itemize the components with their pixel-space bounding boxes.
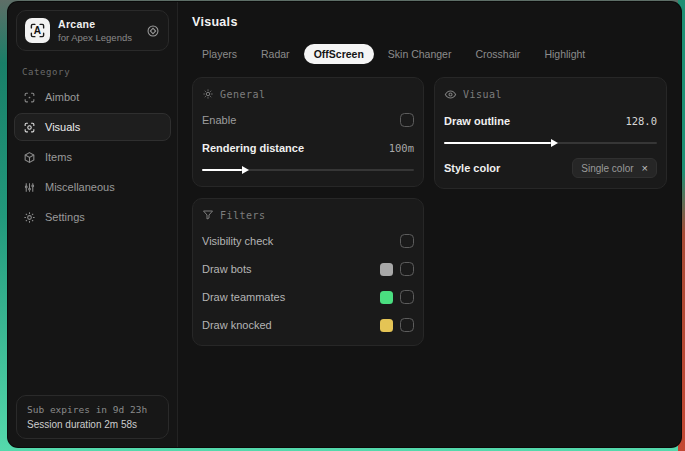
enable-row: Enable (202, 110, 414, 130)
draw-bots-row: Draw bots (202, 259, 414, 279)
main-content: Visuals Players Radar OffScreen Skin Cha… (178, 2, 681, 447)
eye-icon (444, 88, 457, 101)
general-panel-title: General (220, 89, 266, 100)
tab-players[interactable]: Players (192, 44, 247, 64)
style-color-row: Style color Single color × (444, 158, 657, 178)
draw-bots-color-swatch[interactable] (380, 263, 393, 276)
sidebar-item-items[interactable]: Items (14, 143, 171, 171)
draw-knocked-color-swatch[interactable] (380, 319, 393, 332)
draw-teammates-row: Draw teammates (202, 287, 414, 307)
draw-outline-row: Draw outline 128.0 (444, 111, 657, 131)
draw-knocked-row: Draw knocked (202, 315, 414, 335)
draw-knocked-checkbox[interactable] (400, 318, 414, 332)
app-subtitle: for Apex Legends (58, 32, 138, 43)
style-color-selected-value: Single color (581, 163, 633, 174)
app-logo: A (25, 18, 50, 43)
sliders-icon (23, 181, 36, 194)
visual-panel-title: Visual (463, 89, 502, 100)
tab-skin-changer[interactable]: Skin Changer (378, 44, 462, 64)
sidebar-item-miscellaneous[interactable]: Miscellaneous (14, 173, 171, 201)
sidebar-item-label: Settings (45, 211, 85, 223)
filters-panel-title: Filters (220, 210, 266, 221)
sidebar: A Arcane for Apex Legends Category (8, 2, 178, 447)
draw-teammates-label: Draw teammates (202, 291, 285, 303)
tab-radar[interactable]: Radar (251, 44, 300, 64)
visibility-check-label: Visibility check (202, 235, 273, 247)
sidebar-nav: Aimbot Visuals Items (8, 83, 177, 231)
enable-checkbox[interactable] (400, 113, 414, 127)
general-panel: General Enable Rendering distance 100m (192, 77, 424, 187)
page-title: Visuals (192, 15, 667, 29)
visual-panel-header: Visual (444, 88, 657, 101)
draw-outline-slider[interactable] (444, 137, 657, 149)
general-panel-header: General (202, 88, 414, 100)
slider-fill (202, 169, 242, 171)
visibility-check-row: Visibility check (202, 231, 414, 251)
rendering-distance-label: Rendering distance (202, 142, 304, 154)
session-duration-text: Session duration 2m 58s (27, 419, 158, 430)
cube-icon (23, 151, 36, 164)
sun-icon (202, 88, 214, 100)
visual-panel: Visual Draw outline 128.0 Style color Si… (434, 77, 667, 189)
crosshair-icon (23, 91, 36, 104)
sidebar-item-label: Miscellaneous (45, 181, 115, 193)
app-header-card: A Arcane for Apex Legends (16, 10, 169, 51)
app-window: A Arcane for Apex Legends Category (8, 2, 681, 447)
enable-label: Enable (202, 114, 236, 126)
tab-crosshair[interactable]: Crosshair (465, 44, 530, 64)
draw-outline-value: 128.0 (625, 115, 657, 127)
logo-bracket-icon: A (27, 20, 48, 41)
draw-bots-checkbox[interactable] (400, 262, 414, 276)
sidebar-item-label: Visuals (45, 121, 80, 133)
funnel-icon (202, 209, 214, 221)
draw-knocked-label: Draw knocked (202, 319, 272, 331)
gear-icon (23, 211, 36, 224)
filters-panel: Filters Visibility check Draw bots (192, 198, 424, 346)
category-label: Category (8, 59, 177, 83)
rendering-distance-row: Rendering distance 100m (202, 138, 414, 158)
sub-expires-text: Sub expires in 9d 23h (27, 404, 158, 415)
sidebar-item-settings[interactable]: Settings (14, 203, 171, 231)
filters-panel-header: Filters (202, 209, 414, 221)
clear-icon[interactable]: × (642, 163, 648, 174)
app-title: Arcane (58, 18, 138, 30)
target-icon[interactable] (146, 24, 160, 38)
session-info-card: Sub expires in 9d 23h Session duration 2… (16, 395, 169, 439)
rendering-distance-slider[interactable] (202, 164, 414, 176)
draw-bots-label: Draw bots (202, 263, 252, 275)
sidebar-item-label: Items (45, 151, 72, 163)
draw-teammates-color-swatch[interactable] (380, 291, 393, 304)
visibility-check-checkbox[interactable] (400, 234, 414, 248)
sidebar-item-aimbot[interactable]: Aimbot (14, 83, 171, 111)
tab-offscreen[interactable]: OffScreen (304, 44, 374, 64)
sidebar-item-label: Aimbot (45, 91, 79, 103)
svg-text:A: A (34, 25, 41, 36)
rendering-distance-value: 100m (389, 142, 414, 154)
style-color-label: Style color (444, 162, 500, 174)
style-color-select[interactable]: Single color × (572, 158, 657, 178)
tab-bar: Players Radar OffScreen Skin Changer Cro… (192, 44, 667, 64)
app-titles: Arcane for Apex Legends (58, 18, 138, 43)
draw-teammates-checkbox[interactable] (400, 290, 414, 304)
sidebar-item-visuals[interactable]: Visuals (14, 113, 171, 141)
tab-highlight[interactable]: Highlight (534, 44, 595, 64)
scan-eye-icon (23, 121, 36, 134)
slider-fill (444, 142, 551, 144)
draw-outline-label: Draw outline (444, 115, 510, 127)
